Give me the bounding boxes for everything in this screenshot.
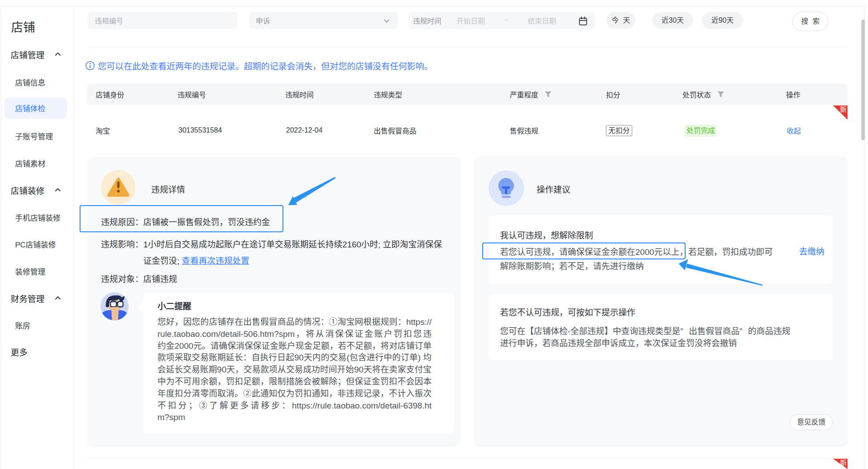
svg-text:新: 新 [840, 459, 847, 466]
svg-text:新: 新 [840, 105, 847, 113]
